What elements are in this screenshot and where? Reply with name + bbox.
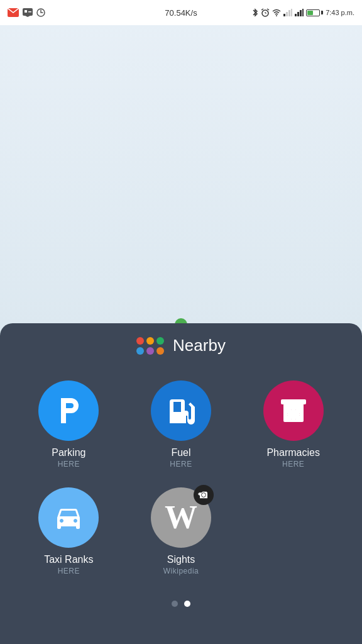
fuel-label: Fuel <box>171 447 190 458</box>
parking-item[interactable]: Parking HERE <box>19 380 119 469</box>
camera-badge <box>194 485 214 505</box>
svg-point-7 <box>276 15 277 16</box>
pagination-dots <box>172 601 190 607</box>
sights-sub: Wikipedia <box>163 567 199 575</box>
taxi-sub: HERE <box>58 567 80 575</box>
status-bar: 70.54K/s <box>0 0 362 25</box>
logo-dot-yellow <box>146 337 154 345</box>
time-display: 7:43 p.m. <box>326 9 354 16</box>
logo-dot-blue <box>136 347 144 355</box>
panel-header: Nearby <box>136 336 226 355</box>
page-dot-2[interactable] <box>184 601 190 607</box>
svg-rect-4 <box>28 11 31 13</box>
parking-label: Parking <box>52 447 85 458</box>
items-grid: Parking HERE Fuel HERE <box>0 380 362 575</box>
svg-rect-3 <box>25 10 27 13</box>
parking-sub: HERE <box>58 460 80 469</box>
svg-rect-13 <box>297 12 299 16</box>
status-left-icons <box>8 8 45 17</box>
map-area[interactable] <box>0 0 362 340</box>
taxi-icon <box>53 502 84 533</box>
sights-label: Sights <box>167 554 195 565</box>
logo-dot-orange <box>156 347 164 355</box>
nearby-panel: Nearby Parking HERE Fuel HERE <box>0 323 362 644</box>
sights-item[interactable]: W Sights Wikipedia <box>131 487 231 575</box>
wifi-icon <box>272 9 281 16</box>
svg-rect-11 <box>291 9 292 16</box>
svg-rect-12 <box>295 14 297 16</box>
logo-dot-purple <box>146 347 154 355</box>
parking-icon-circle <box>38 380 99 441</box>
pharmacies-sub: HERE <box>282 460 304 469</box>
fuel-icon <box>166 396 196 426</box>
taxi-item[interactable]: Taxi Ranks HERE <box>19 487 119 575</box>
svg-rect-21 <box>287 413 300 416</box>
svg-rect-17 <box>281 399 306 404</box>
camera-icon <box>198 489 209 501</box>
svg-rect-8 <box>283 14 285 16</box>
signal-icon-1 <box>283 9 292 16</box>
status-right-icons: 7:43 p.m. <box>252 8 354 17</box>
bluetooth-icon <box>252 8 258 17</box>
mms-icon <box>23 8 33 17</box>
svg-rect-15 <box>302 9 304 16</box>
pharmacies-icon-circle <box>263 380 324 441</box>
fuel-item[interactable]: Fuel HERE <box>131 380 231 469</box>
gmail-icon <box>8 8 19 17</box>
status-speed: 70.54K/s <box>165 8 197 18</box>
svg-rect-10 <box>288 10 290 16</box>
signal-icon-2 <box>295 9 304 16</box>
fuel-sub: HERE <box>170 460 192 469</box>
sync-icon <box>36 8 45 17</box>
pharmacies-item[interactable]: Pharmacies HERE <box>243 380 343 469</box>
alarm-icon <box>261 8 270 17</box>
parking-icon <box>53 396 84 426</box>
svg-marker-2 <box>25 16 30 17</box>
wikipedia-w: W <box>165 501 197 534</box>
logo-dot-red <box>136 337 144 345</box>
page-dot-1[interactable] <box>172 601 178 607</box>
sights-icon-circle: W <box>151 487 211 548</box>
pharmacies-label: Pharmacies <box>266 447 319 458</box>
svg-rect-14 <box>300 10 302 16</box>
taxi-label: Taxi Ranks <box>44 554 93 565</box>
logo-dot-green <box>156 337 164 345</box>
taxi-icon-circle <box>38 487 99 548</box>
fuel-icon-circle <box>151 380 211 441</box>
pharmacy-icon <box>278 396 309 426</box>
svg-rect-9 <box>286 12 288 16</box>
app-logo <box>136 337 164 355</box>
battery-indicator <box>306 9 323 16</box>
panel-title: Nearby <box>173 336 226 355</box>
